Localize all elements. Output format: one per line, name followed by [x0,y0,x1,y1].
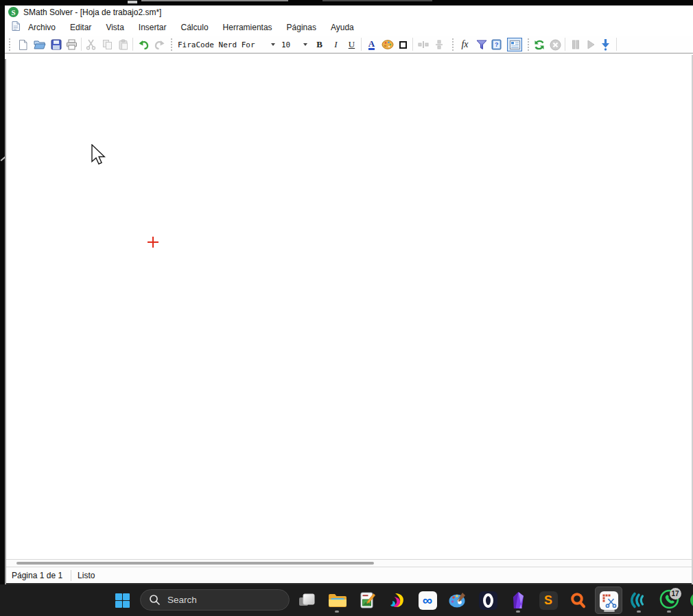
menu-bar: Archivo Editar Vista Insertar Cálculo He… [5,19,693,36]
cut-button[interactable] [84,38,98,51]
sublime-text-icon: S [539,591,558,610]
task-view-button[interactable] [293,587,320,614]
screen: S SMath Solver - [Hoja de trabajo2.sm*] … [0,0,693,616]
snipping-tool-button[interactable] [595,587,622,614]
toolbar: FiraCode Nerd For 10 B I U A fx ? [5,36,693,54]
font-color-button[interactable]: A [364,38,379,51]
filter-icon [476,40,487,50]
filter-button[interactable] [474,38,489,51]
taskbar-search[interactable]: Search [140,589,290,611]
horizontal-scrollbar[interactable] [6,559,692,567]
border-button[interactable] [396,38,410,51]
paste-button[interactable] [116,38,130,51]
image-editor-button[interactable] [353,587,381,614]
italic-button[interactable]: I [329,38,343,51]
waves-app-button[interactable] [625,587,653,614]
toolbar-grip[interactable] [9,38,11,51]
underline-button[interactable]: U [344,38,359,51]
opera-icon [479,591,497,610]
bold-button[interactable]: B [312,38,327,51]
open-button[interactable] [32,38,47,51]
border-icon [399,41,407,49]
redo-icon [154,39,166,50]
align-vertical-button[interactable] [432,38,446,51]
magnifier-app-button[interactable] [565,587,592,614]
waves-icon [630,591,648,609]
toolbar-grip[interactable] [171,38,173,51]
print-icon [66,39,78,50]
side-panel-icon [510,40,520,49]
sublime-text-button[interactable]: S [535,587,562,614]
start-button[interactable] [108,587,136,614]
font-name-combo[interactable]: FiraCode Nerd For [178,38,279,51]
side-panel-toggle-button[interactable] [507,38,522,51]
open-folder-icon [34,39,46,50]
obsidian-button[interactable] [504,587,532,614]
worksheet-canvas[interactable] [6,54,692,559]
align-horizontal-button[interactable] [416,38,430,51]
undo-button[interactable] [136,38,150,51]
swirl-app-icon [388,591,406,609]
file-explorer-button[interactable] [323,587,351,614]
page-indicator: Página 1 de 1 [12,571,62,580]
font-size-value: 10 [281,40,299,49]
print-button[interactable] [64,38,79,51]
play-button[interactable] [583,38,598,51]
copy-button[interactable] [100,38,115,51]
font-size-combo[interactable]: 10 [281,38,312,51]
menu-editar[interactable]: Editar [63,21,98,34]
font-color-icon: A [368,39,375,50]
stop-icon [550,39,561,51]
background-color-icon [381,40,394,49]
stop-button[interactable] [548,38,563,51]
paint-palette-button[interactable] [444,587,471,614]
paint-palette-icon [448,591,467,609]
title-bar: S SMath Solver - [Hoja de trabajo2.sm*] [5,5,693,19]
toolbar-grip[interactable] [452,38,454,51]
clipped-app-button[interactable] [684,587,693,614]
menu-herramientas[interactable]: Herramientas [216,21,279,34]
menu-calculo[interactable]: Cálculo [174,21,215,34]
opera-button[interactable] [474,587,502,614]
menu-vista[interactable]: Vista [99,21,130,34]
redo-button[interactable] [152,38,167,51]
taskbar: Search ∞ S [0,584,693,616]
reference-button[interactable]: ? [489,38,504,51]
new-document-icon [17,39,29,51]
chevron-down-icon [271,43,275,46]
search-placeholder: Search [167,595,197,605]
window-border-left [5,59,6,584]
save-button[interactable] [49,38,63,51]
pause-button[interactable] [568,38,583,51]
whatsapp-button[interactable]: 17 [655,587,683,614]
mouse-cursor-icon [91,144,106,169]
meta-icon: ∞ [419,591,437,610]
background-color-button[interactable] [380,38,395,51]
status-text: Listo [78,571,95,580]
menu-ayuda[interactable]: Ayuda [324,21,361,34]
undo-icon [137,39,150,50]
step-icon [601,39,610,51]
paste-icon [118,39,128,50]
swirl-app-button[interactable] [384,587,411,614]
menu-archivo[interactable]: Archivo [21,21,62,34]
snipping-tool-icon [600,591,618,610]
background-window-strip [0,0,693,5]
new-document-button[interactable] [16,38,30,51]
function-button[interactable]: fx [458,38,472,51]
step-button[interactable] [598,38,613,51]
insertion-cursor [148,237,158,248]
menu-insertar[interactable]: Insertar [132,21,174,34]
recalculate-button[interactable] [532,38,546,51]
menu-paginas[interactable]: Páginas [280,21,323,34]
file-explorer-icon [327,592,347,608]
toolbar-grip[interactable] [528,38,530,51]
whatsapp-badge: 17 [670,588,681,600]
smath-logo-icon: S [8,7,19,17]
cut-icon [86,39,96,50]
horizontal-scrollbar-thumb[interactable] [16,562,374,565]
image-editor-icon [359,591,376,609]
meta-button[interactable]: ∞ [414,587,441,614]
align-horizontal-icon [418,40,429,49]
font-name-value: FiraCode Nerd For [178,40,267,49]
